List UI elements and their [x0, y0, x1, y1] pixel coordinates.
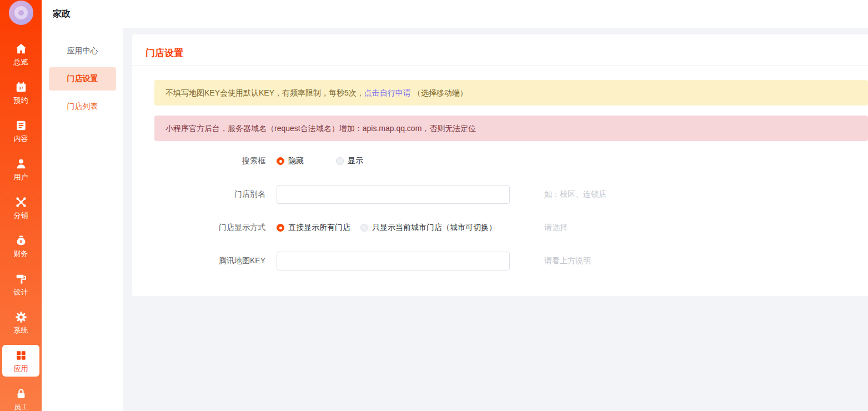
sidebar-item-label: 分销 — [14, 211, 28, 219]
map-key-hint: 请看上方说明 — [544, 256, 591, 266]
sidebar-item-system[interactable]: 系统 — [2, 307, 39, 338]
app-logo[interactable] — [9, 1, 33, 25]
system-icon — [15, 311, 27, 323]
form-row-map-key: 腾讯地图KEY 请看上方说明 — [154, 251, 868, 271]
sidebar-item-distribution[interactable]: 分销 — [2, 192, 39, 223]
radio-hide-label: 隐藏 — [288, 156, 304, 166]
calendar-badge: 37 — [18, 86, 23, 91]
app-title: 家政 — [53, 8, 71, 20]
domain-notice-alert: 小程序官方后台，服务器域名（request合法域名）增加：apis.map.qq… — [154, 116, 868, 141]
store-display-hint: 请选择 — [544, 223, 568, 233]
sidebar-item-content[interactable]: 内容 — [2, 115, 39, 147]
sidebar-item-label: 系统 — [14, 326, 28, 334]
sidebar-item-label: 财务 — [14, 249, 28, 258]
radio-selected-icon — [277, 224, 284, 232]
warning-suffix: （选择移动端） — [413, 88, 468, 97]
tencent-map-key-input[interactable] — [277, 252, 510, 270]
topbar: 家政 — [42, 0, 868, 28]
sidebar-item-users[interactable]: 用户 — [2, 153, 39, 185]
sidebar-item-label: 用户 — [14, 173, 28, 181]
store-display-label: 门店显示方式 — [154, 223, 265, 233]
store-display-radio-group: 直接显示所有门店 只显示当前城市门店（城市可切换） — [277, 223, 510, 233]
radio-current-city-stores-label: 只显示当前城市门店（城市可切换） — [372, 223, 496, 233]
sidebar-item-finance[interactable]: ¥ 财务 — [2, 230, 39, 262]
search-box-radio-group: 隐藏 显示 — [277, 156, 510, 166]
apps-icon — [15, 349, 27, 362]
radio-current-city-stores[interactable]: 只显示当前城市门店（城市可切换） — [360, 223, 496, 233]
radio-show-label: 显示 — [348, 156, 363, 166]
sidebar-item-label: 设计 — [14, 288, 28, 296]
home-icon — [15, 43, 27, 55]
content-icon — [15, 119, 27, 132]
lock-icon — [15, 388, 27, 400]
store-alias-control — [277, 185, 510, 204]
design-icon — [15, 273, 27, 285]
sidebar-item-label: 预约 — [14, 96, 28, 104]
sidebar-item-booking[interactable]: 37 预约 — [2, 77, 39, 108]
subnav-item-app-center[interactable]: 应用中心 — [49, 39, 116, 63]
form-row-search-box: 搜索框 隐藏 显示 — [154, 151, 868, 171]
map-key-warning-alert: 不填写地图KEY会使用默认KEY，有频率限制，每秒5次，点击自行申请 （选择移动… — [154, 80, 868, 106]
sidebar-item-label: 总览 — [14, 58, 28, 66]
radio-selected-icon — [277, 157, 284, 165]
store-settings-card: 门店设置 不填写地图KEY会使用默认KEY，有频率限制，每秒5次，点击自行申请 … — [132, 34, 868, 296]
sidebar-item-staff[interactable]: 员工 — [2, 383, 39, 411]
radio-show[interactable]: 显示 — [336, 156, 363, 166]
apply-key-link[interactable]: 点击自行申请 — [364, 88, 411, 97]
distribution-icon — [15, 196, 27, 208]
sidebar-item-design[interactable]: 设计 — [2, 268, 39, 300]
card-header: 门店设置 — [132, 34, 868, 66]
radio-hide[interactable]: 隐藏 — [277, 156, 304, 166]
form-row-store-alias: 门店别名 如：校区、连锁店 — [154, 184, 868, 204]
subnav-item-store-list[interactable]: 门店列表 — [49, 95, 116, 118]
user-icon — [15, 158, 27, 170]
store-alias-input[interactable] — [277, 185, 510, 204]
radio-unselected-icon — [336, 157, 344, 165]
logo-ring-icon — [14, 6, 28, 19]
card-body: 不填写地图KEY会使用默认KEY，有频率限制，每秒5次，点击自行申请 （选择移动… — [132, 66, 868, 271]
danger-text: 小程序官方后台，服务器域名（request合法域名）增加：apis.map.qq… — [165, 124, 476, 133]
secondary-sidebar: 应用中心 门店设置 门店列表 — [42, 28, 123, 411]
sidebar-item-overview[interactable]: 总览 — [2, 38, 39, 70]
primary-sidebar: 总览 37 预约 — [0, 0, 42, 411]
store-alias-hint: 如：校区、连锁店 — [544, 189, 606, 199]
page-title: 门店设置 — [145, 47, 855, 59]
search-box-label: 搜索框 — [154, 156, 265, 166]
content-area: 门店设置 不填写地图KEY会使用默认KEY，有频率限制，每秒5次，点击自行申请 … — [123, 28, 868, 411]
sidebar-item-label: 员工 — [14, 403, 28, 411]
subnav-item-store-settings[interactable]: 门店设置 — [49, 67, 116, 91]
radio-unselected-icon — [360, 224, 368, 232]
sidebar-item-label: 应用 — [14, 364, 28, 373]
app-root: 总览 37 预约 — [0, 0, 868, 411]
primary-nav: 总览 37 预约 — [0, 38, 42, 411]
map-key-label: 腾讯地图KEY — [154, 256, 265, 266]
radio-show-all-stores[interactable]: 直接显示所有门店 — [277, 223, 350, 233]
map-key-control — [277, 252, 510, 270]
sidebar-item-label: 内容 — [14, 134, 28, 143]
calendar-icon: 37 — [15, 81, 27, 93]
finance-icon: ¥ — [15, 234, 27, 247]
yuan-symbol: ¥ — [19, 239, 22, 244]
store-alias-label: 门店别名 — [154, 189, 265, 199]
warning-text: 不填写地图KEY会使用默认KEY，有频率限制，每秒5次， — [165, 88, 364, 97]
sidebar-item-apps[interactable]: 应用 — [2, 345, 39, 377]
form-row-store-display: 门店显示方式 直接显示所有门店 只显示当前城市门店（城市可切换） 请选择 — [154, 218, 868, 238]
radio-show-all-stores-label: 直接显示所有门店 — [288, 223, 350, 233]
